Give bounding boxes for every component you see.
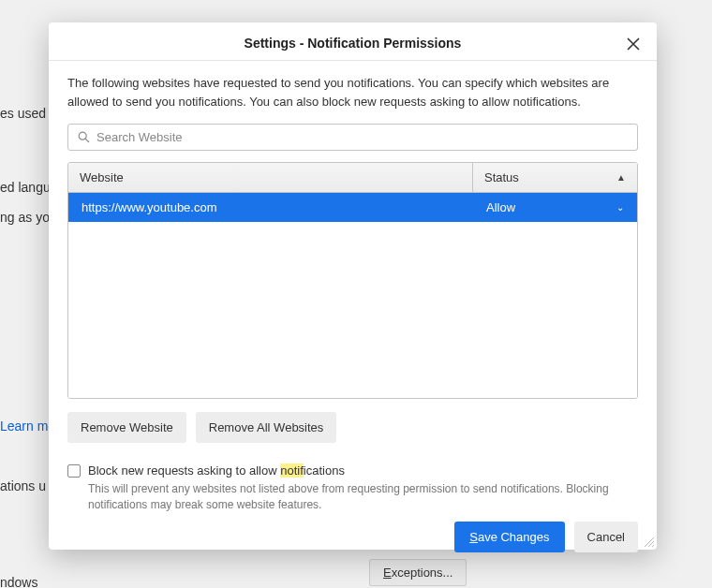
column-header-status[interactable]: Status ▲ xyxy=(473,163,637,192)
column-header-status-label: Status xyxy=(484,170,519,184)
bg-text: ations u xyxy=(0,478,46,493)
svg-line-1 xyxy=(85,139,89,142)
table-header: Website Status ▲ xyxy=(68,163,637,193)
block-requests-description: This will prevent any websites not liste… xyxy=(88,481,638,514)
remove-buttons-row: Remove Website Remove All Websites xyxy=(67,412,638,443)
resize-grip[interactable] xyxy=(642,535,655,548)
remove-all-websites-button[interactable]: Remove All Websites xyxy=(196,412,337,443)
permissions-table: Website Status ▲ https://www.youtube.com… xyxy=(67,162,638,399)
dialog-footer: Save Changes Cancel xyxy=(49,514,657,566)
block-requests-checkbox-row[interactable]: Block new requests asking to allow notif… xyxy=(67,463,638,478)
bg-link: Learn mo xyxy=(0,419,55,434)
block-requests-checkbox[interactable] xyxy=(67,464,81,478)
block-requests-section: Block new requests asking to allow notif… xyxy=(67,463,638,514)
dialog-header: Settings - Notification Permissions xyxy=(49,22,657,61)
search-input[interactable] xyxy=(96,130,628,144)
bg-text: ndows xyxy=(0,575,37,588)
chevron-down-icon: ⌄ xyxy=(616,202,624,213)
search-highlight: notif xyxy=(280,463,304,478)
dialog-title: Settings - Notification Permissions xyxy=(245,36,462,51)
sort-ascending-icon: ▲ xyxy=(616,172,626,183)
bg-text: es used xyxy=(0,106,46,121)
search-website-field[interactable] xyxy=(67,124,638,151)
notification-permissions-dialog: Settings - Notification Permissions The … xyxy=(49,22,657,550)
save-changes-button[interactable]: Save Changes xyxy=(454,522,564,552)
dialog-body: The following websites have requested to… xyxy=(49,61,657,514)
cell-website: https://www.youtube.com xyxy=(68,193,473,222)
bg-text: ed langu xyxy=(0,180,51,195)
close-button[interactable] xyxy=(623,34,644,54)
dialog-description: The following websites have requested to… xyxy=(67,74,638,110)
bg-text: ng as yo xyxy=(0,210,50,225)
cancel-button[interactable]: Cancel xyxy=(574,522,638,552)
table-row[interactable]: https://www.youtube.com Allow ⌄ xyxy=(68,193,637,222)
column-header-website[interactable]: Website xyxy=(68,163,473,192)
remove-website-button[interactable]: Remove Website xyxy=(67,412,186,443)
svg-line-4 xyxy=(652,545,654,547)
table-body: https://www.youtube.com Allow ⌄ xyxy=(68,193,637,398)
search-icon xyxy=(78,131,90,143)
close-icon xyxy=(627,37,640,51)
block-requests-label: Block new requests asking to allow notif… xyxy=(88,463,345,478)
svg-point-0 xyxy=(79,132,86,140)
cell-status-dropdown[interactable]: Allow ⌄ xyxy=(473,193,637,222)
status-value: Allow xyxy=(486,200,515,214)
